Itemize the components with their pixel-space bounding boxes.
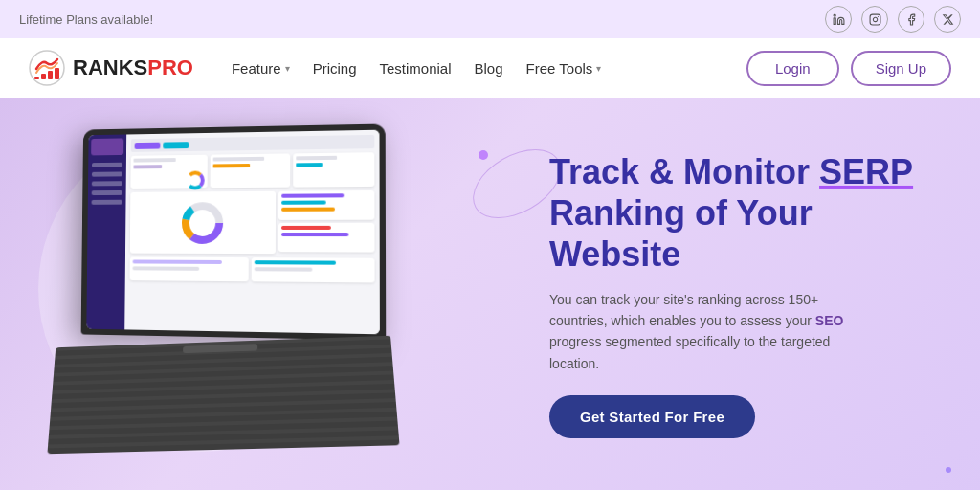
bottom-card-1	[129, 257, 248, 282]
laptop-screen-inner	[86, 130, 380, 335]
sidebar-item-3	[92, 181, 122, 186]
sidebar-logo-area	[91, 138, 123, 155]
dashboard-sidebar	[86, 134, 126, 329]
svg-rect-2	[870, 14, 880, 25]
dashboard-bars	[278, 190, 375, 255]
topbar-btn-2	[163, 142, 189, 148]
bar-card-1	[278, 190, 374, 220]
laptop-screen	[81, 123, 387, 340]
dashboard-row	[130, 190, 375, 255]
svg-rect-0	[834, 17, 835, 24]
card-3	[293, 152, 375, 187]
logo[interactable]: RANKSPRO	[29, 50, 193, 86]
logo-icon	[29, 50, 65, 86]
instagram-icon[interactable]	[861, 6, 888, 33]
nav-buttons: Login Sign Up	[746, 51, 951, 86]
top-banner: Lifetime Plans available!	[0, 0, 980, 38]
svg-rect-8	[55, 68, 59, 79]
sidebar-item-4	[92, 190, 122, 195]
logo-pro-text: PRO	[147, 56, 193, 79]
feature-chevron-icon: ▾	[285, 63, 290, 74]
svg-point-1	[834, 14, 835, 16]
cta-button[interactable]: Get Started For Free	[549, 395, 755, 438]
bottom-card-2	[251, 257, 374, 282]
linkedin-icon[interactable]	[825, 6, 852, 33]
nav-free-tools[interactable]: Free Tools ▾	[526, 60, 602, 77]
hero-title-line1: Track & Monitor SERP	[549, 152, 913, 191]
nav-testimonial[interactable]: Testimonial	[379, 60, 451, 77]
hero-title-line2: Ranking of Your Website	[549, 193, 813, 274]
sidebar-item-5	[92, 200, 122, 205]
banner-text: Lifetime Plans available!	[19, 12, 153, 27]
free-tools-chevron-icon: ▾	[596, 63, 601, 74]
hero-subtitle: You can track your site's ranking across…	[549, 289, 875, 375]
facebook-icon[interactable]	[898, 6, 924, 33]
decorative-dot	[946, 467, 951, 473]
bar-card-2	[278, 223, 375, 253]
dashboard-cards	[130, 152, 374, 189]
hero-content: Track & Monitor SERP Ranking of Your Web…	[549, 151, 932, 438]
svg-rect-5	[34, 77, 39, 79]
sidebar-item-1	[92, 163, 122, 167]
nav-pricing[interactable]: Pricing	[313, 60, 357, 77]
hero-section: Track & Monitor SERP Ranking of Your Web…	[0, 98, 980, 490]
laptop-keyboard	[47, 336, 399, 455]
navbar: RANKSPRO Feature ▾ Pricing Testimonial B…	[0, 38, 980, 98]
dashboard-main	[124, 130, 380, 335]
dashboard-topbar	[131, 135, 375, 152]
hero-title: Track & Monitor SERP Ranking of Your Web…	[549, 151, 932, 276]
nav-feature[interactable]: Feature ▾	[232, 60, 290, 77]
svg-rect-6	[41, 74, 46, 79]
orbit-dot	[479, 150, 488, 160]
nav-blog[interactable]: Blog	[475, 60, 503, 77]
logo-ranks-text: RANKS	[73, 56, 147, 79]
social-icons-group	[825, 6, 961, 33]
nav-links: Feature ▾ Pricing Testimonial Blog Free …	[232, 60, 718, 77]
laptop-mockup	[29, 107, 440, 490]
card-2	[211, 153, 290, 188]
svg-rect-7	[48, 71, 53, 79]
donut-chart	[130, 191, 276, 254]
laptop-trackpad	[183, 344, 257, 353]
sidebar-item-2	[92, 171, 122, 176]
dashboard-bottom	[129, 257, 374, 283]
x-twitter-icon[interactable]	[934, 6, 961, 33]
card-1	[130, 155, 208, 189]
login-button[interactable]: Login	[746, 51, 839, 86]
signup-button[interactable]: Sign Up	[851, 51, 951, 86]
topbar-btn-1	[135, 142, 161, 148]
